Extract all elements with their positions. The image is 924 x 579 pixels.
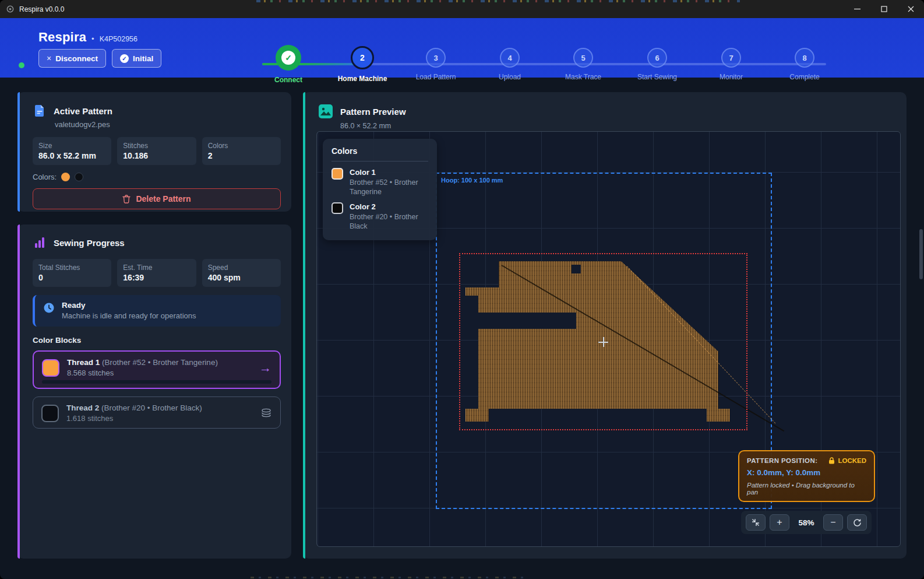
preview-canvas[interactable]: Hoop: 100 x 100 mm Colors Color 1 Brothe… — [316, 131, 901, 547]
card-accent — [303, 92, 305, 559]
stat-size: Size 86.0 x 52.2 mm — [33, 137, 111, 165]
pattern-filename: valetudogv2.pes — [55, 120, 281, 129]
step-home-machine[interactable]: 2 Home Machine — [327, 41, 397, 83]
colors-label: Colors: — [33, 173, 57, 181]
pattern-center-crosshair — [598, 337, 608, 347]
colors-legend-panel: Colors Color 1 Brother #52 • Brother Tan… — [323, 139, 437, 240]
zoom-controls: + 58% − — [741, 511, 872, 534]
close-button[interactable] — [897, 0, 924, 18]
pattern-preview-card: Pattern Preview 86.0 × 52.2 mm Hoop: 100… — [303, 92, 907, 559]
fit-view-button[interactable] — [746, 514, 766, 531]
position-note: Pattern locked • Drag background to pan — [747, 482, 866, 496]
lock-icon — [828, 457, 835, 464]
color-blocks-label: Color Blocks — [33, 336, 281, 345]
step-complete[interactable]: 8 Complete — [770, 41, 840, 81]
zoom-level: 58% — [793, 518, 819, 527]
machine-serial: K4P502956 — [100, 35, 137, 43]
minus-icon: − — [830, 517, 835, 528]
window-title: Respira v0.0.0 — [19, 5, 64, 13]
hoop-label: Hoop: 100 x 100 mm — [441, 177, 503, 184]
step-upload[interactable]: 4 Upload — [475, 41, 545, 81]
step-mask-trace[interactable]: 5 Mask Trace — [548, 41, 618, 81]
legend-title: Colors — [331, 146, 428, 162]
thread-2-stitches: 1.618 stitches — [66, 414, 202, 423]
disconnect-button[interactable]: × Disconnect — [38, 49, 106, 68]
stat-total-stitches: Total Stitches 0 — [33, 259, 111, 287]
card-accent — [17, 224, 20, 559]
stat-speed: Speed 400 spm — [202, 259, 281, 287]
clock-icon — [43, 302, 55, 314]
stat-est-time: Est. Time 16:39 — [117, 259, 196, 287]
thread-1-detail: (Brother #52 • Brother Tangerine) — [102, 358, 218, 367]
brand-separator: • — [91, 34, 94, 43]
step-monitor[interactable]: 7 Monitor — [696, 41, 766, 81]
bar-chart-icon — [33, 236, 47, 250]
pattern-position-overlay: PATTERN POSITION: LOCKED X: 0.0mm, Y: 0.… — [738, 450, 875, 502]
position-label: PATTERN POSITION: — [747, 457, 817, 464]
card-title: Active Pattern — [54, 106, 112, 116]
color-swatch-orange — [61, 173, 70, 181]
position-coordinates: X: 0.0mm, Y: 0.0mm — [747, 468, 866, 477]
legend-item-color-2: Color 2 Brother #20 • Brother Black — [331, 202, 428, 231]
zoom-out-button[interactable]: − — [823, 514, 843, 531]
background-artifact — [256, 0, 740, 2]
app-icon — [6, 5, 15, 13]
plus-icon: + — [777, 517, 782, 528]
sewing-progress-card: Sewing Progress Total Stitches 0 Est. Ti… — [17, 224, 291, 559]
workflow-stepper: ✓ Connect 2 Home Machine 3 Load Pattern … — [262, 41, 851, 78]
disconnect-label: Disconnect — [55, 54, 98, 63]
layers-stack-icon — [260, 408, 272, 419]
preview-dimensions: 86.0 × 52.2 mm — [340, 122, 907, 130]
app-header: Respira • K4P502956 × Disconnect ✓ Initi… — [0, 18, 924, 78]
x-icon: × — [47, 54, 51, 63]
initial-label: Initial — [133, 54, 153, 63]
initial-button[interactable]: ✓ Initial — [112, 49, 161, 68]
locked-badge: LOCKED — [828, 457, 866, 464]
thread-2-name: Thread 2 — [66, 403, 99, 412]
legend-swatch-black — [331, 202, 343, 214]
step-load-pattern[interactable]: 3 Load Pattern — [401, 41, 471, 81]
legend-item-color-1: Color 1 Brother #52 • Brother Tangerine — [331, 168, 428, 196]
app-window: Respira v0.0.0 Respira • K4P502956 × Dis… — [0, 0, 924, 579]
step-done-icon: ✓ — [276, 45, 301, 71]
delete-pattern-label: Delete Pattern — [136, 194, 191, 203]
thread-1-stitches: 8.568 stitches — [67, 369, 218, 377]
card-title: Sewing Progress — [54, 238, 125, 248]
thread-block-2[interactable]: Thread 2 (Brother #20 • Brother Black) 1… — [33, 396, 281, 429]
thread-2-detail: (Brother #20 • Brother Black) — [101, 403, 202, 412]
window-scrollbar-thumb[interactable] — [919, 229, 923, 279]
brand-title: Respira — [38, 30, 86, 45]
arrow-right-icon: → — [259, 361, 271, 375]
thread-1-swatch — [42, 359, 59, 377]
status-title: Ready — [62, 301, 196, 310]
image-icon — [318, 104, 333, 119]
connection-status-dot — [19, 62, 24, 68]
background-artifact — [251, 577, 530, 578]
thread-1-progress-bar — [42, 380, 271, 384]
legend-swatch-orange — [331, 168, 343, 180]
trash-icon — [122, 195, 131, 203]
refresh-icon — [853, 518, 862, 527]
reset-view-button[interactable] — [847, 514, 867, 531]
card-title: Pattern Preview — [340, 107, 406, 117]
minimize-button[interactable] — [844, 0, 870, 18]
zoom-in-button[interactable]: + — [770, 514, 789, 531]
stat-stitches: Stitches 10.186 — [117, 137, 196, 165]
stat-colors: Colors 2 — [202, 137, 281, 165]
collapse-icon — [752, 518, 760, 527]
delete-pattern-button[interactable]: Delete Pattern — [33, 188, 281, 209]
active-pattern-card: Active Pattern valetudogv2.pes Size 86.0… — [17, 92, 291, 212]
step-connect[interactable]: ✓ Connect — [253, 41, 323, 84]
status-description: Machine is idle and ready for operations — [62, 311, 196, 320]
file-icon — [33, 104, 47, 118]
card-accent — [17, 92, 20, 212]
check-circle-icon: ✓ — [120, 54, 129, 63]
machine-status-banner: Ready Machine is idle and ready for oper… — [33, 295, 281, 327]
thread-block-1[interactable]: Thread 1 (Brother #52 • Brother Tangerin… — [33, 350, 281, 389]
step-start-sewing[interactable]: 6 Start Sewing — [622, 41, 692, 81]
color-swatch-black — [75, 173, 83, 181]
maximize-button[interactable] — [870, 0, 897, 18]
thread-1-name: Thread 1 — [67, 358, 100, 367]
titlebar: Respira v0.0.0 — [0, 0, 924, 18]
thread-2-swatch — [41, 405, 59, 422]
